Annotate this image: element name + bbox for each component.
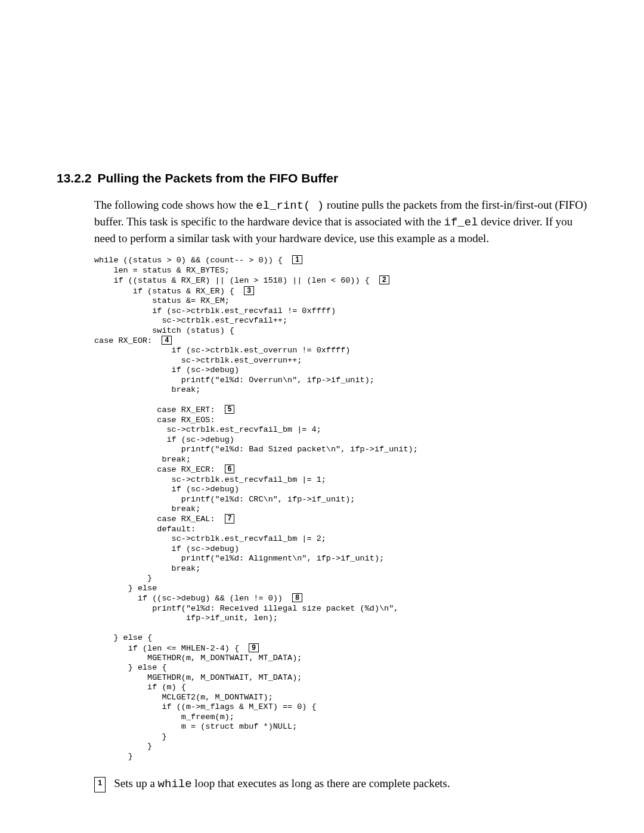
callout-marker-2: 2 [379, 275, 389, 284]
callout-marker-4: 4 [162, 336, 172, 345]
callout-marker-6: 6 [225, 465, 235, 473]
section-number: 13.2.2 [57, 170, 91, 187]
inline-code: el_rint( ) [256, 199, 324, 212]
section-heading: 13.2.2Pulling the Packets from the FIFO … [57, 170, 587, 187]
inline-code: while [158, 778, 192, 791]
section-title: Pulling the Packets from the FIFO Buffer [97, 171, 338, 185]
callout-marker-5: 5 [225, 405, 235, 414]
callout-text: Sets up a while loop that executes as lo… [114, 776, 450, 792]
callout-marker-3: 3 [244, 286, 254, 295]
inline-code: if_el [444, 216, 478, 229]
intro-paragraph: The following code shows how the el_rint… [94, 197, 587, 246]
intro-text: The following code shows how the [94, 199, 256, 211]
callout-list: 1 Sets up a while loop that executes as … [94, 776, 587, 792]
callout-marker-1: 1 [292, 255, 302, 264]
callout-marker-7: 7 [225, 514, 235, 523]
callout-list-marker: 1 [94, 777, 106, 792]
callout-marker-8: 8 [292, 593, 302, 602]
callout-item-1: 1 Sets up a while loop that executes as … [94, 776, 587, 792]
callout-marker-9: 9 [249, 643, 259, 652]
code-listing: while ((status > 0) && (count-- > 0)) { … [94, 255, 587, 761]
